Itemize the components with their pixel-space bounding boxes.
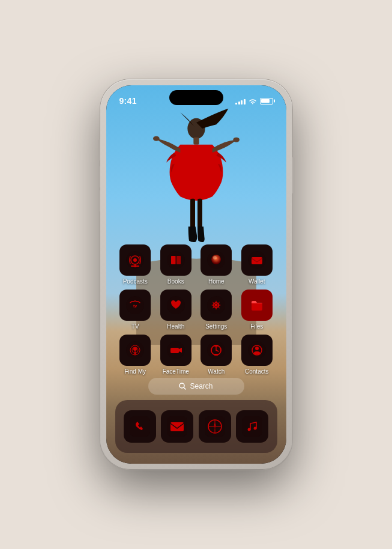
app-row-3: Find My FaceTime <box>115 335 277 375</box>
search-label: Search <box>190 382 213 390</box>
svg-point-25 <box>215 304 218 307</box>
home-icon <box>201 244 232 276</box>
search-icon <box>179 383 186 390</box>
svg-point-54 <box>254 427 257 430</box>
files-icon <box>241 290 273 321</box>
health-label: Health <box>167 323 184 330</box>
dock-music[interactable] <box>236 410 268 443</box>
dock-mail[interactable] <box>161 410 193 443</box>
status-time: 9:41 <box>119 96 137 106</box>
search-bar[interactable]: Search <box>148 378 244 395</box>
wallet-icon <box>241 244 273 276</box>
svg-rect-39 <box>214 354 218 356</box>
dock-phone[interactable] <box>124 410 156 443</box>
svg-rect-52 <box>242 416 262 437</box>
svg-rect-32 <box>170 348 179 353</box>
wifi-icon <box>249 98 257 105</box>
dynamic-island <box>169 90 223 105</box>
tv-label: TV <box>131 323 139 330</box>
home-label: Home <box>208 278 225 285</box>
watch-icon <box>201 335 232 366</box>
app-row-2: tv TV Health <box>115 290 277 330</box>
contacts-icon <box>241 335 273 366</box>
svg-rect-45 <box>130 416 150 437</box>
app-home[interactable]: Home <box>198 244 234 285</box>
mail-app-icon <box>161 410 193 443</box>
status-icons <box>235 97 273 105</box>
app-contacts[interactable]: Contacts <box>239 335 275 375</box>
battery-icon <box>260 98 273 105</box>
books-icon <box>160 244 191 276</box>
app-books[interactable]: Books <box>158 244 194 285</box>
app-findmy[interactable]: Find My <box>117 335 153 375</box>
svg-point-4 <box>233 137 240 142</box>
dock <box>115 400 277 453</box>
app-tv[interactable]: tv TV <box>117 290 153 330</box>
svg-point-53 <box>248 428 251 431</box>
svg-point-30 <box>133 347 137 351</box>
svg-line-44 <box>184 387 185 389</box>
watch-label: Watch <box>208 368 225 375</box>
music-app-icon <box>236 410 268 443</box>
svg-rect-47 <box>170 422 184 431</box>
health-icon <box>160 290 191 321</box>
svg-point-9 <box>133 258 137 262</box>
svg-rect-11 <box>171 256 176 264</box>
svg-rect-12 <box>176 256 181 264</box>
svg-point-17 <box>213 256 217 259</box>
svg-text:tv: tv <box>133 304 137 308</box>
app-facetime[interactable]: FaceTime <box>158 335 194 375</box>
svg-rect-2 <box>193 137 199 144</box>
wallet-label: Wallet <box>249 278 265 285</box>
battery-fill <box>261 99 270 103</box>
app-settings[interactable]: Settings <box>198 290 234 330</box>
phone-screen: 9:41 <box>106 85 286 464</box>
podcasts-label: Podcasts <box>123 278 148 285</box>
findmy-label: Find My <box>124 368 146 375</box>
svg-point-42 <box>255 347 259 350</box>
svg-point-3 <box>153 136 160 141</box>
facetime-label: FaceTime <box>163 368 189 375</box>
svg-rect-5 <box>190 198 195 230</box>
signal-icon <box>235 97 246 105</box>
contacts-label: Contacts <box>245 368 268 375</box>
podcasts-icon <box>119 244 151 276</box>
svg-rect-6 <box>198 198 202 230</box>
findmy-icon <box>119 335 151 366</box>
app-health[interactable]: Health <box>158 290 194 330</box>
app-wallet[interactable]: Wallet <box>239 244 275 285</box>
settings-label: Settings <box>205 323 227 330</box>
settings-icon <box>201 290 232 321</box>
app-watch[interactable]: Watch <box>198 335 234 375</box>
svg-rect-19 <box>252 257 262 264</box>
app-podcasts[interactable]: Podcasts <box>117 244 153 285</box>
svg-rect-38 <box>214 345 218 347</box>
books-label: Books <box>167 278 184 285</box>
safari-app-icon <box>199 410 231 443</box>
app-files[interactable]: Files <box>239 290 275 330</box>
facetime-icon <box>160 335 191 366</box>
tv-icon: tv <box>119 290 151 321</box>
phone-frame: 9:41 <box>100 79 292 470</box>
files-label: Files <box>250 323 263 330</box>
dock-safari[interactable] <box>199 410 231 443</box>
app-grid: Podcasts Books <box>106 244 286 380</box>
svg-point-16 <box>211 255 221 264</box>
phone-app-icon <box>124 410 156 443</box>
app-row-1: Podcasts Books <box>115 244 277 285</box>
